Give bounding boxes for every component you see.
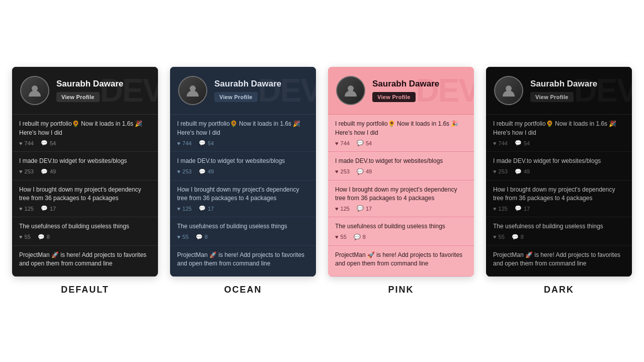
view-profile-button[interactable]: View Profile	[56, 92, 100, 102]
post-title: ProjectMan 🚀 is here! Add projects to fa…	[19, 251, 151, 268]
post-item[interactable]: The usefulness of building useless thing…	[328, 217, 474, 245]
theme-column-default: DEV Saurabh DawareView ProfileI rebuilt …	[12, 67, 158, 295]
heart-icon: ♥	[19, 234, 23, 240]
profile-info: Saurabh DawareView Profile	[372, 79, 439, 102]
like-count: ♥ 744	[335, 140, 350, 146]
comment-count: 💬 49	[41, 168, 56, 175]
username: Saurabh Daware	[56, 79, 123, 89]
post-item[interactable]: The usefulness of building useless thing…	[486, 217, 632, 245]
like-count: ♥ 744	[493, 140, 508, 146]
comment-icon: 💬	[199, 168, 206, 175]
post-meta: ♥ 744💬 54	[177, 140, 309, 146]
post-item[interactable]: How I brought down my project's dependen…	[328, 180, 474, 218]
post-item[interactable]: I rebuilt my portfolio🌻 Now it loads in …	[170, 115, 316, 152]
like-count: ♥ 125	[335, 205, 350, 212]
username: Saurabh Daware	[530, 79, 597, 89]
avatar	[20, 76, 49, 105]
profile-header: DEV Saurabh DawareView Profile	[12, 67, 158, 115]
post-meta: ♥ 253💬 49	[177, 168, 309, 175]
post-item[interactable]: I rebuilt my portfolio🌻 Now it loads in …	[486, 115, 632, 152]
post-item[interactable]: ProjectMan 🚀 is here! Add projects to fa…	[486, 246, 632, 277]
heart-icon: ♥	[19, 168, 23, 174]
comment-count: 💬 8	[196, 234, 208, 240]
comment-count: 💬 17	[357, 205, 372, 212]
posts-list: I rebuilt my portfolio🌻 Now it loads in …	[12, 115, 158, 276]
post-item[interactable]: I rebuilt my portfolio🌻 Now it loads in …	[328, 115, 474, 152]
post-title: I made DEV.to widget for websites/blogs	[19, 157, 151, 165]
like-count: ♥ 125	[493, 205, 508, 212]
comment-icon: 💬	[38, 234, 45, 240]
view-profile-button[interactable]: View Profile	[530, 92, 574, 102]
avatar-placeholder	[179, 77, 206, 104]
like-count: ♥ 253	[19, 168, 34, 175]
widget-card-pink: DEV Saurabh DawareView ProfileI rebuilt …	[328, 67, 474, 276]
like-count: ♥ 125	[177, 205, 192, 212]
comment-icon: 💬	[357, 205, 364, 212]
posts-list: I rebuilt my portfolio🌻 Now it loads in …	[170, 115, 316, 276]
view-profile-button[interactable]: View Profile	[372, 92, 416, 102]
post-title: The usefulness of building useless thing…	[177, 222, 309, 231]
heart-icon: ♥	[177, 168, 181, 174]
post-item[interactable]: I made DEV.to widget for websites/blogs♥…	[328, 152, 474, 180]
post-title: The usefulness of building useless thing…	[335, 222, 467, 231]
post-title: I rebuilt my portfolio🌻 Now it loads in …	[177, 120, 309, 137]
post-meta: ♥ 744💬 54	[19, 140, 151, 146]
username: Saurabh Daware	[372, 79, 439, 89]
widget-card-ocean: DEV Saurabh DawareView ProfileI rebuilt …	[170, 67, 316, 276]
post-item[interactable]: The usefulness of building useless thing…	[12, 217, 158, 245]
profile-header: DEV Saurabh DawareView Profile	[486, 67, 632, 115]
post-item[interactable]: The usefulness of building useless thing…	[170, 217, 316, 245]
comment-icon: 💬	[515, 168, 522, 175]
post-item[interactable]: I made DEV.to widget for websites/blogs♥…	[486, 152, 632, 180]
username: Saurabh Daware	[214, 79, 281, 89]
comment-count: 💬 54	[515, 140, 530, 146]
post-item[interactable]: I rebuilt my portfolio🌻 Now it loads in …	[12, 115, 158, 152]
comment-icon: 💬	[199, 205, 206, 212]
comment-icon: 💬	[357, 168, 364, 175]
comment-icon: 💬	[354, 234, 361, 240]
post-title: How I brought down my project's dependen…	[19, 186, 151, 203]
heart-icon: ♥	[335, 140, 339, 146]
like-count: ♥ 744	[177, 140, 192, 146]
comment-count: 💬 17	[41, 205, 56, 212]
posts-list: I rebuilt my portfolio🌻 Now it loads in …	[486, 115, 632, 276]
profile-info: Saurabh DawareView Profile	[530, 79, 597, 102]
heart-icon: ♥	[335, 234, 339, 240]
heart-icon: ♥	[19, 206, 23, 212]
comment-icon: 💬	[196, 234, 203, 240]
post-item[interactable]: ProjectMan 🚀 is here! Add projects to fa…	[328, 246, 474, 277]
post-item[interactable]: ProjectMan 🚀 is here! Add projects to fa…	[170, 246, 316, 277]
comment-icon: 💬	[515, 205, 522, 212]
theme-label-default: DEFAULT	[61, 285, 109, 295]
theme-label-ocean: OCEAN	[224, 285, 262, 295]
post-item[interactable]: ProjectMan 🚀 is here! Add projects to fa…	[12, 246, 158, 277]
post-meta: ♥ 253💬 49	[19, 168, 151, 175]
post-title: ProjectMan 🚀 is here! Add projects to fa…	[493, 251, 625, 268]
comment-count: 💬 8	[512, 234, 524, 240]
like-count: ♥ 55	[335, 234, 347, 240]
view-profile-button[interactable]: View Profile	[214, 92, 258, 102]
theme-column-ocean: DEV Saurabh DawareView ProfileI rebuilt …	[170, 67, 316, 295]
heart-icon: ♥	[493, 234, 497, 240]
post-meta: ♥ 55💬 8	[493, 234, 625, 240]
like-count: ♥ 55	[493, 234, 505, 240]
post-meta: ♥ 125💬 17	[493, 205, 625, 212]
avatar-placeholder	[337, 77, 364, 104]
comment-icon: 💬	[199, 140, 206, 146]
theme-column-dark: DEV Saurabh DawareView ProfileI rebuilt …	[486, 67, 632, 295]
comment-icon: 💬	[41, 168, 48, 175]
post-meta: ♥ 125💬 17	[335, 205, 467, 212]
profile-header: DEV Saurabh DawareView Profile	[328, 67, 474, 115]
avatar	[494, 76, 523, 105]
post-title: I rebuilt my portfolio🌻 Now it loads in …	[335, 120, 467, 137]
avatar	[178, 76, 207, 105]
post-meta: ♥ 744💬 54	[493, 140, 625, 146]
post-item[interactable]: I made DEV.to widget for websites/blogs♥…	[170, 152, 316, 180]
comment-icon: 💬	[357, 140, 364, 146]
post-item[interactable]: How I brought down my project's dependen…	[12, 180, 158, 218]
avatar-placeholder	[495, 77, 522, 104]
post-title: The usefulness of building useless thing…	[19, 222, 151, 231]
post-item[interactable]: How I brought down my project's dependen…	[170, 180, 316, 218]
post-item[interactable]: I made DEV.to widget for websites/blogs♥…	[12, 152, 158, 180]
post-item[interactable]: How I brought down my project's dependen…	[486, 180, 632, 218]
